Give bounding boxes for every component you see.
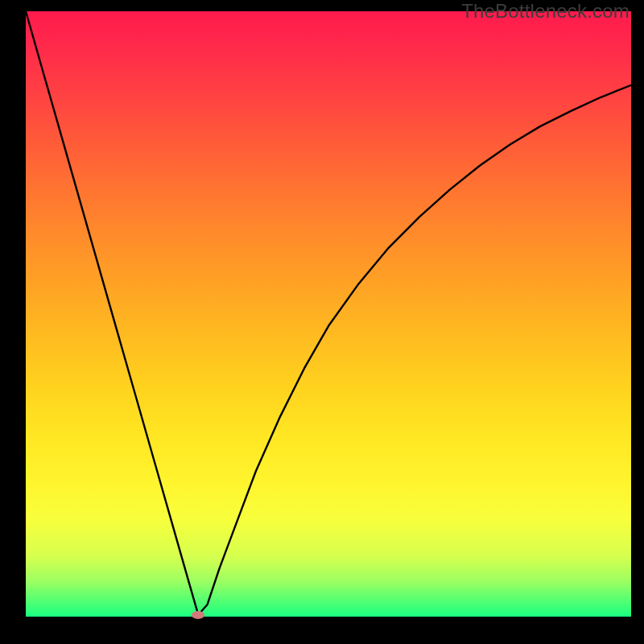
curve-path	[26, 11, 631, 615]
frame: TheBottleneck.com	[0, 0, 644, 644]
plot-area	[26, 11, 631, 617]
bottleneck-curve	[26, 11, 631, 617]
minimum-marker	[192, 611, 204, 619]
